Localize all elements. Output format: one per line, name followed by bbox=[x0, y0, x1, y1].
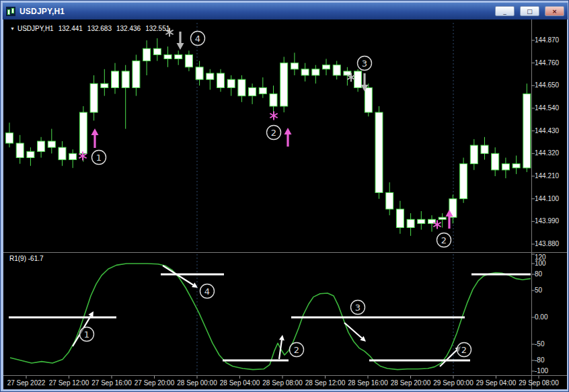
time-axis-label: 27 Sep 2022 bbox=[7, 379, 46, 387]
time-axis-label: 28 Sep 12:00 bbox=[305, 379, 346, 387]
symbol-ohlc-readout: ▼ USDJPY,H1 132.441 132.683 132.436 132.… bbox=[10, 25, 174, 32]
time-axis-label: 29 Sep 08:00 bbox=[519, 379, 559, 387]
price-axis-label: 144.540 bbox=[535, 104, 559, 112]
indicator-axis-label: -50 bbox=[535, 340, 544, 348]
indicator-axis-label: 100 bbox=[535, 260, 546, 267]
readout-low: 132.436 bbox=[116, 25, 141, 32]
price-axis-label: 144.650 bbox=[535, 81, 559, 89]
price-axis-label: 144.760 bbox=[535, 59, 559, 67]
price-axis-label: 144.870 bbox=[535, 36, 559, 44]
readout-high: 132.683 bbox=[87, 25, 112, 32]
time-axis-label: 27 Sep 12:00 bbox=[49, 379, 89, 387]
indicator-axis-label: 80 bbox=[535, 270, 542, 278]
time-axis-label: 28 Sep 00:00 bbox=[177, 379, 217, 387]
readout-open: 132.441 bbox=[59, 25, 83, 32]
readout-symbol: USDJPY,H1 bbox=[17, 25, 54, 32]
time-axis-label: 29 Sep 00:00 bbox=[433, 379, 473, 387]
indicator-axis-label: -80 bbox=[535, 356, 544, 364]
time-axis-label: 28 Sep 08:00 bbox=[262, 379, 303, 387]
time-axis-label: 28 Sep 16:00 bbox=[348, 379, 388, 387]
price-axis-label: 144.430 bbox=[535, 127, 559, 134]
maximize-button[interactable]: □ bbox=[520, 6, 539, 16]
price-axis-label: 144.210 bbox=[535, 172, 559, 180]
window-title: USDJPY,H1 bbox=[20, 7, 490, 16]
symbol-dropdown-icon[interactable]: ▼ bbox=[10, 26, 15, 31]
price-axis-label: 143.990 bbox=[535, 217, 559, 225]
minimize-button[interactable]: _ bbox=[495, 6, 515, 16]
indicator-axis-label: 50 bbox=[535, 286, 542, 294]
chart-app-icon bbox=[6, 7, 15, 16]
price-axis-label: 144.320 bbox=[535, 149, 559, 157]
chart-client-area[interactable] bbox=[3, 19, 567, 389]
window-titlebar[interactable]: USDJPY,H1 _ □ × bbox=[3, 3, 568, 19]
indicator-label: R1(9) -61.7 bbox=[9, 255, 44, 262]
time-axis-label: 27 Sep 20:00 bbox=[135, 379, 175, 387]
price-axis-label: 144.100 bbox=[535, 195, 559, 202]
time-axis-label: 28 Sep 20:00 bbox=[391, 379, 431, 387]
indicator-axis-label: -100 bbox=[535, 367, 548, 375]
readout-close: 132.551 bbox=[145, 25, 169, 32]
time-axis-label: 28 Sep 04:00 bbox=[220, 379, 260, 387]
indicator-axis-label: 0.00 bbox=[535, 313, 547, 321]
close-button[interactable]: × bbox=[545, 6, 564, 16]
time-axis-label: 29 Sep 04:00 bbox=[476, 379, 517, 387]
price-axis-label: 143.880 bbox=[535, 240, 559, 247]
time-axis-label: 27 Sep 16:00 bbox=[91, 379, 132, 387]
chart-window: USDJPY,H1 _ □ × 1423214232 ▼ USDJPY,H1 1… bbox=[0, 0, 569, 392]
